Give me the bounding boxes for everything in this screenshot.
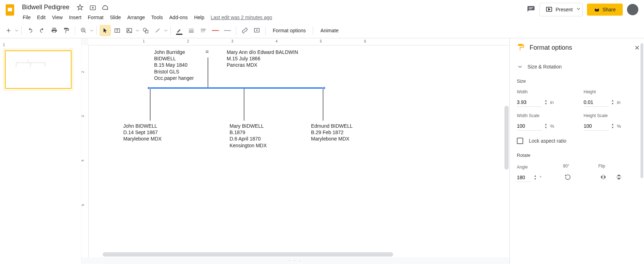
- flip-vertical-button[interactable]: [614, 172, 624, 182]
- ruler-vertical[interactable]: 2 3 4 5: [81, 45, 89, 257]
- height-scale-input[interactable]: [584, 122, 609, 131]
- height-stepper[interactable]: ▲▼: [611, 99, 614, 105]
- collapse-toolbar-icon[interactable]: [632, 3, 638, 10]
- svg-text:···: ···: [29, 68, 30, 69]
- slide-canvas[interactable]: John Burridge BIDWELL B.15 May 1840 Bris…: [89, 45, 509, 257]
- menubar: File Edit View Insert Format Slide Arran…: [18, 12, 527, 22]
- connector-child1[interactable]: [150, 89, 151, 121]
- new-slide-dropdown[interactable]: [15, 25, 18, 36]
- insert-link-button[interactable]: [239, 25, 250, 36]
- child3-textbox[interactable]: Edmund BIDWELL B.29 Feb 1872 Marylebone …: [311, 123, 353, 142]
- undo-button[interactable]: [24, 25, 36, 36]
- paint-format-button[interactable]: [61, 25, 72, 36]
- height-unit: in: [617, 100, 620, 105]
- comments-icon[interactable]: [527, 5, 535, 14]
- mother-textbox[interactable]: Mary Ann d/o Edward BALDWIN M.15 July 18…: [227, 49, 298, 68]
- share-button[interactable]: Share: [587, 4, 623, 16]
- present-dropdown[interactable]: [575, 3, 583, 16]
- svg-rect-16: [201, 29, 206, 29]
- close-icon[interactable]: ✕: [634, 44, 640, 52]
- child2-textbox[interactable]: Mary BIDWELL B.1879 D.6 April 1870 Kensi…: [230, 123, 267, 149]
- child1-textbox[interactable]: John BIDWELL D.14 Sept 1867 Marylebone M…: [123, 123, 162, 142]
- slides-logo[interactable]: [3, 3, 17, 17]
- height-input[interactable]: [584, 98, 609, 107]
- width-stepper[interactable]: ▲▼: [544, 99, 547, 105]
- sidebar-scrollbar[interactable]: [640, 43, 643, 259]
- menu-edit[interactable]: Edit: [34, 13, 49, 22]
- height-scale-stepper[interactable]: ▲▼: [611, 123, 614, 129]
- height-scale-unit: %: [617, 123, 621, 129]
- document-title[interactable]: Bidwell Pedigree: [20, 3, 72, 12]
- shape-tool[interactable]: [140, 25, 151, 36]
- present-button[interactable]: Present: [540, 3, 578, 16]
- redo-button[interactable]: [36, 25, 48, 36]
- select-tool[interactable]: [100, 25, 111, 36]
- flip-horizontal-button[interactable]: [598, 172, 608, 182]
- menu-arrange[interactable]: Arrange: [124, 13, 148, 22]
- image-tool[interactable]: [124, 25, 135, 36]
- line-weight-button[interactable]: [186, 25, 197, 36]
- insert-comment-button[interactable]: [251, 25, 262, 36]
- line-dash-button[interactable]: [198, 25, 209, 36]
- size-rotation-section-toggle[interactable]: Size & Rotation: [517, 61, 640, 73]
- svg-rect-15: [189, 32, 194, 32]
- rotate-subheading: Rotate: [517, 153, 640, 158]
- width-label: Width: [517, 89, 573, 94]
- menu-view[interactable]: View: [49, 13, 66, 22]
- menu-addons[interactable]: Add-ons: [166, 13, 191, 22]
- slide-thumbnail[interactable]: ··· ··· ··· ··· ···: [5, 50, 72, 89]
- height-scale-label: Height Scale: [584, 113, 640, 118]
- degree-unit: °: [540, 175, 541, 180]
- ninety-label: 90°: [563, 164, 588, 169]
- connector-down-parent[interactable]: [208, 57, 208, 88]
- svg-rect-14: [189, 30, 194, 31]
- format-options-button[interactable]: Format options: [269, 26, 310, 35]
- width-scale-input[interactable]: [517, 122, 542, 131]
- last-edit-link[interactable]: Last edit was 2 minutes ago: [208, 13, 275, 22]
- angle-label: Angle: [517, 165, 552, 170]
- connector-child2[interactable]: [244, 89, 244, 121]
- angle-input[interactable]: [517, 173, 531, 182]
- rotate-90-button[interactable]: [563, 172, 573, 182]
- section-title: Size & Rotation: [527, 64, 562, 70]
- width-scale-stepper[interactable]: ▲▼: [544, 123, 547, 129]
- connector-child3[interactable]: [323, 89, 323, 121]
- ruler-horizontal[interactable]: 1 2 3 4 5 6: [89, 38, 509, 45]
- print-button[interactable]: [49, 25, 60, 36]
- menu-slide[interactable]: Slide: [107, 13, 124, 22]
- angle-stepper[interactable]: ▲▼: [534, 175, 537, 181]
- canvas-scrollbar-horizontal[interactable]: [96, 252, 502, 257]
- width-scale-unit: %: [550, 123, 554, 129]
- image-dropdown[interactable]: [136, 25, 139, 36]
- line-tool[interactable]: [152, 25, 163, 36]
- selected-horizontal-line[interactable]: [149, 87, 324, 89]
- textbox-tool[interactable]: [112, 25, 123, 36]
- new-slide-button[interactable]: [3, 25, 14, 36]
- move-icon[interactable]: [89, 3, 97, 12]
- zoom-button[interactable]: [78, 25, 89, 36]
- menu-help[interactable]: Help: [191, 13, 207, 22]
- menu-tools[interactable]: Tools: [148, 13, 166, 22]
- line-color-button[interactable]: [174, 25, 185, 36]
- svg-rect-18: [203, 30, 204, 31]
- father-textbox[interactable]: John Burridge BIDWELL B.15 May 1840 Bris…: [154, 49, 194, 81]
- cloud-icon[interactable]: [101, 3, 110, 12]
- lock-aspect-checkbox[interactable]: [517, 138, 523, 144]
- menu-format[interactable]: Format: [85, 13, 106, 22]
- animate-button[interactable]: Animate: [316, 26, 343, 35]
- filmstrip[interactable]: 1 ··· ··· ··· ··· ···: [0, 38, 81, 264]
- titlebar: Bidwell Pedigree File Edit View Insert F…: [0, 0, 644, 23]
- canvas-scrollbar-vertical[interactable]: [504, 53, 509, 250]
- line-end-button[interactable]: [222, 25, 233, 36]
- speaker-notes-handle[interactable]: • • •: [81, 257, 509, 264]
- lock-aspect-label: Lock aspect ratio: [529, 138, 566, 144]
- width-input[interactable]: [517, 98, 542, 107]
- star-icon[interactable]: [76, 3, 84, 12]
- menu-file[interactable]: File: [20, 13, 34, 22]
- format-roller-icon: [517, 43, 525, 52]
- line-start-button[interactable]: [210, 25, 221, 36]
- zoom-dropdown[interactable]: [90, 25, 94, 36]
- menu-insert[interactable]: Insert: [66, 13, 84, 22]
- sidebar-title: Format options: [530, 44, 629, 51]
- line-dropdown[interactable]: [164, 25, 168, 36]
